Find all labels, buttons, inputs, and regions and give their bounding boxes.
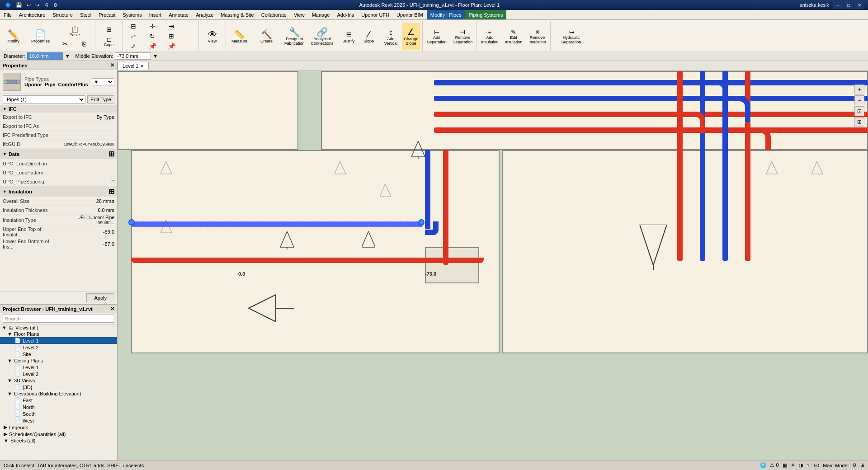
pin-btn[interactable]: 📌 xyxy=(143,42,161,51)
menu-piping-systems[interactable]: Piping Systems xyxy=(465,10,507,19)
zoom-in-btn[interactable]: + xyxy=(854,85,864,94)
tree-ceiling-plans[interactable]: ▼ Ceiling Plans xyxy=(0,357,117,364)
scale-btn[interactable]: ⤢ xyxy=(124,42,142,51)
join-btn[interactable]: ⊞ xyxy=(100,25,118,34)
maximize-btn[interactable]: □ xyxy=(844,1,854,9)
tree-west[interactable]: 📄 West xyxy=(0,417,117,424)
insulation-collapse-icon[interactable]: ⊞ xyxy=(108,187,114,196)
tree-level1[interactable]: 📄 Level 1 xyxy=(0,337,117,344)
level1-tab[interactable]: Level 1 ✕ xyxy=(118,62,149,70)
menu-steel[interactable]: Steel xyxy=(76,10,95,19)
level1-tab-close[interactable]: ✕ xyxy=(140,64,144,69)
cut-btn[interactable]: ✂ xyxy=(56,39,74,48)
modify-btn[interactable]: ✏️ Modify xyxy=(5,23,23,50)
menu-structure[interactable]: Structure xyxy=(49,10,76,19)
menu-modify-pipes[interactable]: Modify | Pipes xyxy=(427,10,465,19)
redo-icon[interactable]: ↪ xyxy=(34,2,41,9)
diameter-input[interactable] xyxy=(27,52,63,60)
tree-east[interactable]: 📄 East xyxy=(0,397,117,404)
tree-level2[interactable]: 📄 Level 2 xyxy=(0,344,117,351)
sun-icon[interactable]: ☀ xyxy=(791,462,795,468)
paste-btn[interactable]: 📋 Paste xyxy=(56,25,93,38)
add-vertical-btn[interactable]: ↕ AddVertical xyxy=(382,23,400,50)
menu-massing[interactable]: Massing & Site xyxy=(217,10,257,19)
offset-btn[interactable]: ⇥ xyxy=(162,22,180,31)
insulation-section-header[interactable]: ▼ Insulation ⊞ xyxy=(0,186,117,197)
menu-uponor-bim[interactable]: Uponor BIM xyxy=(393,10,427,19)
menu-file[interactable]: File xyxy=(0,10,15,19)
remove-insulation-btn[interactable]: ✕ RemoveInsulation xyxy=(526,23,548,50)
data-section-header[interactable]: ▼ Data ⊞ xyxy=(0,149,117,159)
cope-btn[interactable]: ⊏ Cope xyxy=(100,35,118,48)
app-menu-btn[interactable]: 🔷 xyxy=(4,2,13,9)
menu-analyze[interactable]: Analyze xyxy=(192,10,217,19)
menu-collaborate[interactable]: Collaborate xyxy=(258,10,290,19)
unpin-btn[interactable]: 📌 xyxy=(162,42,180,51)
tree-legends[interactable]: ▶ Legends xyxy=(0,424,117,431)
add-insulation-btn[interactable]: + AddInsulation xyxy=(479,23,501,50)
analytical-connections-btn[interactable]: 🔗 AnalyticalConnections xyxy=(309,23,336,50)
tree-views-all[interactable]: ▼ 🗂 Views (all) xyxy=(0,324,117,331)
apply-btn[interactable]: Apply xyxy=(86,293,114,302)
tree-floor-plans[interactable]: ▼ Floor Plans xyxy=(0,331,117,337)
rotate-btn[interactable]: ↻ xyxy=(143,32,161,41)
mirror-btn[interactable]: ⇌ xyxy=(124,32,142,41)
tree-3d[interactable]: 📄 {3D} xyxy=(0,384,117,390)
zoom-out-btn[interactable]: − xyxy=(854,95,864,105)
measure-btn[interactable]: 📏 Measure xyxy=(229,23,250,50)
zoom-fit-btn[interactable]: ⊡ xyxy=(854,106,864,116)
minimize-btn[interactable]: ─ xyxy=(833,1,843,9)
slope-btn[interactable]: ∕ Slope xyxy=(360,23,378,50)
pb-search-input[interactable] xyxy=(3,315,114,323)
tree-north[interactable]: 📄 North xyxy=(0,404,117,410)
edit-type-btn[interactable]: Edit Type xyxy=(87,95,114,103)
grid-status-icon[interactable]: ⊞ xyxy=(860,462,864,468)
move-btn[interactable]: ✛ xyxy=(143,22,161,31)
menu-architecture[interactable]: Architecture xyxy=(15,10,49,19)
create-btn[interactable]: 🔨 Create xyxy=(258,23,276,50)
properties-close-btn[interactable]: ✕ xyxy=(110,62,114,68)
remove-separation-btn[interactable]: ⊣ RemoveSeparation xyxy=(451,23,475,50)
ifc-section-header[interactable]: ▼ IFC xyxy=(0,105,117,113)
menu-view[interactable]: View xyxy=(290,10,308,19)
tree-site[interactable]: 📄 Site xyxy=(0,351,117,357)
add-separation-btn[interactable]: ⊢ AddSeparation xyxy=(425,23,449,50)
properties-btn[interactable]: 📄 Properties xyxy=(29,23,52,50)
copy-btn[interactable]: ⎘ xyxy=(75,39,93,48)
properties-scroll[interactable]: ▼ IFC Export to IFC By Type Export to IF… xyxy=(0,105,117,291)
zoom-region-btn[interactable]: ⊞ xyxy=(854,117,864,127)
menu-insert[interactable]: Insert xyxy=(146,10,165,19)
menu-precast[interactable]: Precast xyxy=(95,10,119,19)
settings-icon[interactable]: ⚙ xyxy=(52,2,59,9)
elevation-input[interactable] xyxy=(115,52,151,60)
menu-uponor-ufh[interactable]: Uponor UFH xyxy=(358,10,393,19)
tree-sheets[interactable]: ▼ Sheets (all) xyxy=(0,437,117,444)
justify-btn[interactable]: ≡ Justify xyxy=(340,23,358,50)
array-btn[interactable]: ⊞ xyxy=(162,32,180,41)
design-to-fabrication-btn[interactable]: 🔧 Design toFabrication xyxy=(282,23,307,50)
print-icon[interactable]: 🖨 xyxy=(42,2,50,8)
change-slope-btn[interactable]: ∠ ChangeSlope xyxy=(402,23,421,50)
pb-tree[interactable]: ▼ 🗂 Views (all) ▼ Floor Plans 📄 Level 1 … xyxy=(0,324,117,460)
tree-schedules[interactable]: ▶ Schedules/Quantities (all) xyxy=(0,431,117,437)
menu-systems[interactable]: Systems xyxy=(119,10,145,19)
close-btn[interactable]: ✕ xyxy=(854,1,864,9)
view-btn[interactable]: 👁 View xyxy=(203,23,222,50)
menu-addins[interactable]: Add-Ins xyxy=(333,10,358,19)
tree-3d-views[interactable]: ▼ 3D Views xyxy=(0,377,117,384)
viewport[interactable]: Level 1 ✕ xyxy=(118,61,868,460)
tree-south[interactable]: 📄 South xyxy=(0,410,117,417)
hydraulic-separation-btn[interactable]: ⊶ HydraulicSeparation xyxy=(559,23,584,50)
elevation-dropdown-icon[interactable]: ▼ xyxy=(153,53,158,59)
data-collapse-icon[interactable]: ⊞ xyxy=(108,150,114,158)
pipe-selected-h[interactable] xyxy=(131,221,423,227)
view-mode-icon[interactable]: ▦ xyxy=(783,462,787,468)
diameter-dropdown-icon[interactable]: ▼ xyxy=(65,53,70,59)
shadow-icon[interactable]: ◑ xyxy=(799,462,803,468)
save-icon[interactable]: 💾 xyxy=(14,2,24,9)
pb-close-btn[interactable]: ✕ xyxy=(110,306,114,312)
drawing-area[interactable]: 0.0 -73.0 + − ⊡ ⊞ xyxy=(118,71,868,460)
tree-elevations[interactable]: ▼ Elevations (Building Elevation) xyxy=(0,390,117,397)
settings-status-icon[interactable]: ⚙ xyxy=(852,462,857,468)
tree-ceiling-level1[interactable]: 📄 Level 1 xyxy=(0,364,117,371)
